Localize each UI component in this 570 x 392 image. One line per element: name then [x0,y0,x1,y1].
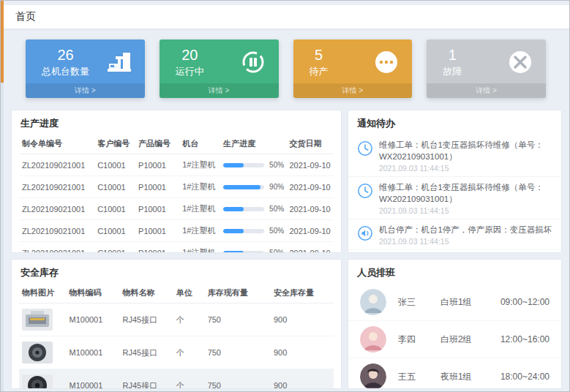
stat-info: 20 运行中 [176,46,204,78]
notice-time: 2021.09.03 11:44:15 [379,237,552,246]
notice-item[interactable]: 维修工单：机台1变压器损坏待维修（单号：WX202109031001） 2021… [348,177,561,219]
notice-body: 机台停产：机台1停产，停产原因：变压器损坏 2021.09.03 11:44:1… [379,224,552,246]
progress-cell: 50% [220,242,286,254]
schedule-row[interactable]: 王五 夜班1组 18:00~24:00 [348,358,561,389]
speaker-photo [22,374,53,389]
clock-icon [357,139,373,173]
notice-body: 维修工单：机台1变压器损坏待维修（单号：WX202109031001） 2021… [379,139,552,173]
table-row[interactable]: ZL202109021001 C10001 P10001 1#注塑机 50% 2… [19,154,334,176]
stat-detail-link[interactable]: 详情 > [293,83,413,98]
material-image-cell [19,369,66,390]
stat-value: 1 [443,46,462,64]
avatar [360,289,386,315]
stat-value: 5 [310,46,329,64]
stat-label: 故障 [443,65,462,78]
table-row[interactable]: M100001 RJ45接口 个 750 900 [19,304,334,336]
progress-track [223,229,264,233]
col-header: 物料图片 [19,284,66,304]
stat-card-pending[interactable]: 5 待产 详情 > [293,39,413,98]
progress-fill [223,229,244,233]
inventory-header-row: 物料图片 物料编码 物料名称 单位 库存现有量 安全库存量 [19,284,334,304]
machine-cell: 1#注塑机 [179,220,220,242]
notice-item[interactable]: 机台停产：机台1停产，停产原因：变压器损坏 2021.09.03 11:44:1… [348,219,561,250]
notice-body: 维修工单：机台1变压器损坏待维修（单号：WX202109031001） 2021… [379,181,552,215]
stock-cell: 750 [205,336,271,369]
speaker-icon [357,224,373,246]
running-icon [239,48,267,76]
notice-text: 维修工单：机台1变压器损坏待维修（单号：WX202109031001） [379,181,552,205]
stat-detail-link[interactable]: 详情 > [427,83,546,98]
col-header: 交货日期 [286,135,334,154]
round-connector-photo [22,342,53,363]
page-title: 首页 [15,10,36,23]
shift-label: 白班2组 [440,333,500,346]
material-name-cell: RJ45接口 [120,304,173,336]
stat-value: 26 [42,46,89,64]
shift-time: 18:00~24:00 [500,372,550,382]
table-row[interactable]: ZL202109021001 C10001 P10001 1#注塑机 90% 2… [19,176,334,198]
table-row[interactable]: ZL202109021001 C10001 P10001 1#注塑机 50% 2… [19,242,334,254]
schedule-row[interactable]: 李四 白班2组 12:00~16:00 [348,321,561,358]
stat-card-body: 20 运行中 [160,39,279,80]
unit-cell: 个 [173,369,205,390]
left-edge-strip [1,1,4,391]
notice-text: 机台停产：机台1停产，停产原因：变压器损坏 [379,224,552,235]
stat-card-fault[interactable]: 1 故障 详情 > [427,39,546,98]
production-header-row: 制令单编号 客户编号 产品编号 机台 生产进度 交货日期 [19,135,334,154]
production-table: 制令单编号 客户编号 产品编号 机台 生产进度 交货日期 ZL202109021… [19,135,334,253]
col-header: 机台 [179,135,220,154]
safety-cell: 900 [271,336,334,369]
stat-detail-link[interactable]: 详情 > [160,83,279,98]
order-cell: ZL202109021001 [19,176,94,198]
notice-item[interactable]: 计划暂停：机台1生产计划已暂停 2021.09.03 11:44:15 [348,250,561,253]
notice-item[interactable]: 维修工单：机台1变压器损坏待维修（单号：WX202109031001） 2021… [348,135,561,177]
machine-cell: 1#注塑机 [179,242,220,254]
col-header: 物料名称 [120,284,173,304]
table-row[interactable]: ZL202109021001 C10001 P10001 1#注塑机 50% 2… [19,220,334,242]
product-cell: P10001 [135,220,179,242]
stat-card-running[interactable]: 20 运行中 详情 > [160,39,279,98]
progress-label: 90% [269,183,284,191]
right-column: 通知待办 维修工单：机台1变压器损坏待维修（单号：WX202109031001）… [348,110,562,389]
stat-card-body: 1 故障 [427,39,546,80]
progress-cell: 50% [220,154,286,176]
date-cell: 2021-09-10 [286,154,334,176]
dashboard-page: 首页 26 总机台数量 [0,0,570,392]
unit-cell: 个 [173,304,205,336]
safety-cell: 900 [271,369,334,390]
progress-label: 50% [269,205,284,213]
material-name-cell: RJ45接口 [120,336,173,369]
main-content: 生产进度 制令单编号 客户编号 产品编号 机台 生产进度 交货日期 [11,110,562,389]
stat-info: 1 故障 [443,46,462,78]
stat-info: 5 待产 [310,46,329,78]
unit-cell: 个 [173,336,205,369]
stat-card-total-machines[interactable]: 26 总机台数量 详情 > [26,39,145,98]
panel-title-inventory: 安全库存 [12,260,341,284]
person-name: 张三 [398,296,440,309]
product-cell: P10001 [135,198,179,220]
progress-label: 50% [269,227,284,235]
customer-cell: C10001 [94,242,135,254]
customer-cell: C10001 [94,154,135,176]
machine-cell: 1#注塑机 [179,154,220,176]
material-code-cell: M100001 [66,369,119,390]
table-row[interactable]: M100001 RJ45接口 个 750 900 [19,369,334,390]
stock-cell: 750 [205,304,271,336]
date-cell: 2021-09-10 [286,176,334,198]
customer-cell: C10001 [94,176,135,198]
col-header: 客户编号 [94,135,135,154]
col-header: 产品编号 [135,135,179,154]
stat-detail-link[interactable]: 详情 > [26,83,145,98]
table-row[interactable]: M100001 RJ45接口 个 750 900 [19,336,334,369]
col-header: 库存现有量 [205,284,271,304]
notice-time: 2021.09.03 11:44:15 [379,206,552,215]
table-row[interactable]: ZL202109021001 C10001 P10001 1#注塑机 50% 2… [19,198,334,220]
schedule-row[interactable]: 张三 白班1组 09:00~12:00 [348,284,561,321]
date-cell: 2021-09-10 [286,242,334,254]
stat-card-body: 26 总机台数量 [26,39,145,80]
machine-cell: 1#注塑机 [179,176,220,198]
schedule-panel: 人员排班 张三 白班1组 09:00~12:00 李四 白班2组 12:00~1… [348,259,562,389]
progress-cell: 90% [220,176,286,198]
progress-cell: 50% [220,198,286,220]
rj45-connector-photo [22,309,53,331]
